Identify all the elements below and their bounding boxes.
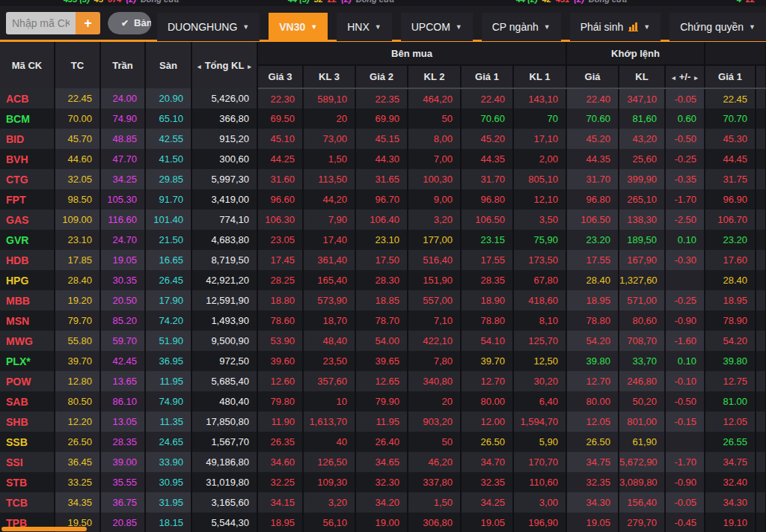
- cell-bid-vol2[interactable]: 8,00: [408, 129, 461, 149]
- cell-bid-price1[interactable]: 39.70: [461, 351, 513, 371]
- cell-total-volume[interactable]: 5,426,00: [192, 88, 257, 108]
- cell-ceiling[interactable]: 28.35: [100, 432, 145, 452]
- cell-floor[interactable]: 29.85: [145, 169, 192, 189]
- cell-ask-price1[interactable]: 19.10: [705, 513, 756, 532]
- cell-reference[interactable]: 98.50: [55, 189, 100, 210]
- cell-reference[interactable]: 22.45: [55, 88, 100, 108]
- ticker-cell[interactable]: POW: [0, 371, 55, 391]
- cell-reference[interactable]: 23.10: [55, 230, 100, 250]
- cell-matched-price[interactable]: 80.00: [566, 391, 619, 412]
- cell-matched-price[interactable]: 34.75: [566, 452, 619, 472]
- ticker-cell[interactable]: SAB: [0, 391, 55, 412]
- cell-bid-vol1[interactable]: 170,70: [513, 452, 566, 472]
- cell-change[interactable]: -2.50: [665, 210, 705, 230]
- collapse-right-icon[interactable]: ▸: [694, 74, 698, 82]
- cell-total-volume[interactable]: 3,419,00: [192, 189, 257, 210]
- cell-bid-vol2[interactable]: 464,20: [408, 88, 461, 108]
- cell-bid-price1[interactable]: 80.00: [461, 391, 513, 412]
- cell-matched-vol[interactable]: 25,60: [619, 149, 665, 169]
- ticker-cell[interactable]: SSB: [0, 432, 55, 452]
- cell-bid-vol1[interactable]: 125,70: [513, 331, 566, 351]
- cell-matched-price[interactable]: 106.50: [566, 210, 619, 230]
- cell-bid-price3[interactable]: 12.60: [257, 371, 303, 391]
- cell-total-volume[interactable]: 17,850,80: [192, 412, 257, 432]
- cell-ceiling[interactable]: 74.90: [100, 108, 145, 129]
- cell-bid-vol2[interactable]: 46,20: [408, 452, 461, 472]
- cell-total-volume[interactable]: 49,186,80: [192, 452, 257, 472]
- cell-matched-vol[interactable]: 279,70: [619, 513, 665, 532]
- cell-floor[interactable]: 26.45: [145, 270, 192, 290]
- cell-bid-price1[interactable]: 34.70: [461, 452, 513, 472]
- ticker-cell[interactable]: SHB: [0, 412, 55, 432]
- cell-bid-vol1[interactable]: 1,594,70: [513, 412, 566, 432]
- cell-bid-vol1[interactable]: 6,40: [513, 391, 566, 412]
- cell-bid-price3[interactable]: 11.90: [257, 412, 303, 432]
- col-header-bid-vol2[interactable]: KL 2: [408, 65, 461, 88]
- cell-bid-price2[interactable]: 34.20: [355, 492, 408, 513]
- cell-total-volume[interactable]: 1,567,70: [192, 432, 257, 452]
- cell-ask-price1[interactable]: 78.90: [705, 311, 756, 331]
- cell-change[interactable]: -0.90: [665, 311, 705, 331]
- cell-bid-vol2[interactable]: 903,20: [408, 412, 461, 432]
- col-header-total-volume[interactable]: ◂Tổng KL▸: [192, 42, 257, 88]
- cell-floor[interactable]: 74.90: [145, 391, 192, 412]
- cell-bid-price1[interactable]: 12.00: [461, 412, 513, 432]
- cell-reference[interactable]: 12.80: [55, 371, 100, 391]
- cell-floor[interactable]: 74.20: [145, 311, 192, 331]
- cell-total-volume[interactable]: 4,683,80: [192, 230, 257, 250]
- cell-bid-price1[interactable]: 12.70: [461, 371, 513, 391]
- cell-total-volume[interactable]: 366,80: [192, 108, 257, 129]
- ticker-cell[interactable]: SSI: [0, 452, 55, 472]
- cell-reference[interactable]: 44.60: [55, 149, 100, 169]
- cell-bid-price3[interactable]: 22.30: [257, 88, 303, 108]
- cell-bid-vol1[interactable]: 30,20: [513, 371, 566, 391]
- cell-bid-price3[interactable]: 45.10: [257, 129, 303, 149]
- cell-bid-price1[interactable]: 28.35: [461, 270, 513, 290]
- cell-matched-vol[interactable]: 399,90: [619, 169, 665, 189]
- cell-bid-vol1[interactable]: 418,60: [513, 290, 566, 311]
- cell-bid-vol1[interactable]: 143,10: [513, 88, 566, 108]
- cell-ceiling[interactable]: 47.70: [100, 149, 145, 169]
- cell-matched-price[interactable]: 19.05: [566, 513, 619, 532]
- cell-bid-price2[interactable]: 23.10: [355, 230, 408, 250]
- cell-bid-price1[interactable]: 78.80: [461, 311, 513, 331]
- cell-total-volume[interactable]: 915,20: [192, 129, 257, 149]
- ticker-cell[interactable]: ACB: [0, 88, 55, 108]
- cell-bid-price3[interactable]: 69.50: [257, 108, 303, 129]
- cell-bid-price1[interactable]: 22.40: [461, 88, 513, 108]
- cell-bid-vol3[interactable]: 109,30: [303, 472, 355, 492]
- cell-ceiling[interactable]: 39.00: [100, 452, 145, 472]
- cell-total-volume[interactable]: 3,165,60: [192, 492, 257, 513]
- cell-bid-price3[interactable]: 53.90: [257, 331, 303, 351]
- cell-ask-price1[interactable]: 28.40: [705, 270, 756, 290]
- cell-floor[interactable]: 31.95: [145, 492, 192, 513]
- tab-upcom[interactable]: UPCOM▼: [401, 13, 473, 41]
- cell-bid-vol3[interactable]: 7,90: [303, 210, 355, 230]
- cell-matched-vol[interactable]: 1,327,60: [619, 270, 665, 290]
- cell-floor[interactable]: 51.90: [145, 331, 192, 351]
- cell-reference[interactable]: 32.05: [55, 169, 100, 189]
- cell-bid-vol3[interactable]: 17,40: [303, 230, 355, 250]
- cell-floor[interactable]: 21.50: [145, 230, 192, 250]
- cell-matched-vol[interactable]: 347,10: [619, 88, 665, 108]
- cell-change[interactable]: -1.70: [665, 452, 705, 472]
- cell-bid-vol1[interactable]: 17,10: [513, 129, 566, 149]
- cell-ceiling[interactable]: 24.70: [100, 230, 145, 250]
- cell-bid-price2[interactable]: 106.40: [355, 210, 408, 230]
- cell-floor[interactable]: 16.65: [145, 250, 192, 270]
- cell-ask-price1[interactable]: 17.60: [705, 250, 756, 270]
- col-header-bid-vol3[interactable]: KL 3: [303, 65, 355, 88]
- cell-change[interactable]: -0.25: [665, 290, 705, 311]
- cell-change[interactable]: -1.60: [665, 331, 705, 351]
- tab-chứng-quyền[interactable]: Chứng quyền▼: [670, 13, 766, 41]
- cell-ceiling[interactable]: 19.05: [100, 250, 145, 270]
- col-header-bid-price2[interactable]: Giá 2: [355, 65, 408, 88]
- cell-bid-price3[interactable]: 96.60: [257, 189, 303, 210]
- ticker-cell[interactable]: HDB: [0, 250, 55, 270]
- cell-bid-vol3[interactable]: 1,50: [303, 149, 355, 169]
- cell-bid-vol1[interactable]: 67,80: [513, 270, 566, 290]
- cell-ceiling[interactable]: 13.05: [100, 412, 145, 432]
- cell-total-volume[interactable]: 5,544,30: [192, 513, 257, 532]
- col-header-bid-price3[interactable]: Giá 3: [257, 65, 303, 88]
- cell-total-volume[interactable]: 774,10: [192, 210, 257, 230]
